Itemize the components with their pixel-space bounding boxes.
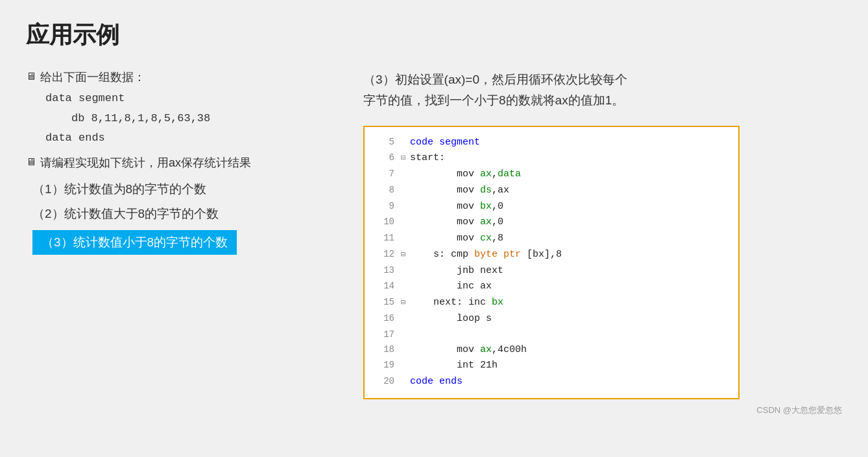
line-number: 11 — [375, 231, 394, 246]
data-line-3: data ends — [45, 128, 337, 148]
line-number: 7 — [375, 167, 394, 182]
line-indent — [410, 342, 457, 358]
code-token: code segment — [410, 135, 480, 151]
code-token: cmp — [451, 247, 474, 263]
line-number: 10 — [375, 215, 394, 229]
line-indent — [410, 311, 457, 327]
line-indent — [410, 183, 457, 199]
data-block: data segment db 8,11,8,1,8,5,63,38 data … — [45, 89, 337, 148]
data-line-1: data segment — [45, 89, 337, 109]
line-marker — [401, 375, 410, 388]
watermark: CSDN @大忽您爱忽悠 — [363, 404, 842, 416]
code-line: 14 inc ax — [375, 279, 728, 295]
line-indent — [410, 263, 457, 279]
code-line: 20 code ends — [375, 374, 728, 390]
line-number: 19 — [375, 358, 394, 373]
code-token: mov — [457, 342, 480, 358]
code-line: 18 mov ax,4c00h — [375, 342, 728, 358]
sub-item-1: （1）统计数值为8的字节的个数 — [32, 181, 337, 198]
line-indent — [410, 167, 457, 183]
line-indent — [410, 199, 457, 215]
main-layout: 🖥 给出下面一组数据： data segment db 8,11,8,1,8,5… — [26, 69, 842, 416]
sub-item-3-wrapper: （3）统计数值小于8的字节的个数 — [26, 230, 337, 263]
code-token: loop s — [457, 311, 492, 327]
page-title: 应用示例 — [26, 19, 842, 51]
code-line: 5 code segment — [375, 135, 728, 151]
line-marker: ⊟ — [401, 248, 410, 262]
code-token: ,8 — [492, 231, 503, 247]
code-line: 16 loop s — [375, 311, 728, 327]
data-line-2: db 8,11,8,1,8,5,63,38 — [71, 109, 337, 129]
code-token: [bx],8 — [521, 247, 562, 263]
line-marker — [401, 328, 410, 342]
line-marker — [401, 231, 410, 245]
code-line: 11 mov cx,8 — [375, 231, 728, 247]
item1-text: 给出下面一组数据： — [40, 69, 145, 85]
code-token: byte ptr — [474, 247, 521, 263]
line-indent — [410, 215, 457, 231]
code-token: bx — [480, 199, 492, 215]
line-number: 6 — [375, 150, 394, 165]
line-marker — [401, 135, 410, 149]
code-token: mov — [457, 167, 480, 183]
line-number: 9 — [375, 199, 394, 214]
monitor-icon-1: 🖥 — [26, 71, 36, 82]
code-token: ax — [480, 167, 492, 183]
code-line: 19 int 21h — [375, 358, 728, 374]
line-number: 18 — [375, 342, 394, 357]
line-marker — [401, 215, 410, 229]
line-marker — [401, 279, 410, 293]
line-marker — [401, 264, 410, 277]
code-token: int 21h — [457, 358, 498, 374]
line-indent — [410, 358, 457, 374]
line-number: 20 — [375, 374, 394, 389]
line-marker — [401, 343, 410, 357]
monitor-icon-2: 🖥 — [26, 156, 36, 168]
code-token: next: — [433, 295, 468, 311]
code-line: 9 mov bx,0 — [375, 199, 728, 215]
right-panel: （3）初始设置(ax)=0，然后用循环依次比较每个 字节的值，找到一个小于8的数… — [363, 69, 842, 416]
code-token: ,0 — [492, 199, 503, 215]
code-token: ,4c00h — [492, 342, 527, 358]
code-token: bx — [492, 295, 503, 311]
right-desc: （3）初始设置(ax)=0，然后用循环依次比较每个 字节的值，找到一个小于8的数… — [363, 69, 842, 111]
line-indent — [410, 295, 433, 311]
code-token: cx — [480, 231, 492, 247]
code-token: ,ax — [492, 183, 509, 199]
line-marker — [401, 167, 410, 181]
code-token: code ends — [410, 374, 463, 390]
code-token: mov — [457, 199, 480, 215]
line-indent — [410, 279, 457, 295]
code-token: mov — [457, 231, 480, 247]
code-token: mov — [457, 215, 480, 231]
left-panel: 🖥 给出下面一组数据： data segment db 8,11,8,1,8,5… — [26, 69, 337, 263]
code-token: inc — [468, 295, 492, 311]
item1: 🖥 给出下面一组数据： — [26, 69, 337, 85]
code-token: start: — [410, 150, 445, 167]
code-line: 7 mov ax,data — [375, 167, 728, 183]
line-marker — [401, 312, 410, 325]
line-marker: ⊟ — [401, 296, 410, 310]
line-indent — [410, 247, 433, 263]
code-line: 15⊟ next: inc bx — [375, 295, 728, 311]
code-token: inc ax — [457, 279, 492, 295]
code-line: 8 mov ds,ax — [375, 183, 728, 199]
right-desc-text: （3）初始设置(ax)=0，然后用循环依次比较每个 字节的值，找到一个小于8的数… — [363, 73, 627, 107]
code-token: ,0 — [492, 215, 503, 231]
item2-text: 请编程实现如下统计，用ax保存统计结果 — [40, 155, 251, 170]
code-token: mov — [457, 183, 480, 199]
code-line: 10 mov ax,0 — [375, 215, 728, 231]
code-token: ax — [480, 215, 492, 231]
item2: 🖥 请编程实现如下统计，用ax保存统计结果 — [26, 155, 337, 170]
code-token: s: — [433, 247, 451, 263]
sub-item-2: （2）统计数值大于8的字节的个数 — [32, 205, 337, 222]
line-number: 12 — [375, 247, 394, 262]
code-line: 17 — [375, 327, 728, 342]
code-token: data — [498, 167, 521, 183]
line-number: 5 — [375, 135, 394, 150]
line-number: 14 — [375, 279, 394, 294]
line-marker: ⊟ — [401, 151, 410, 165]
code-token: , — [492, 167, 498, 183]
line-number: 15 — [375, 295, 394, 310]
code-line: 13 jnb next — [375, 263, 728, 279]
